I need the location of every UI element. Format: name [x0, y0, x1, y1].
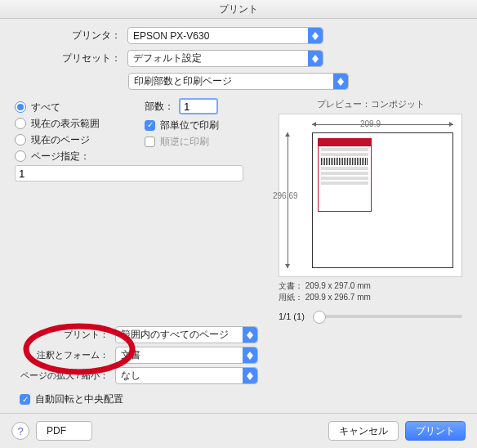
printer-value: EPSON PX-V630 — [133, 30, 209, 42]
scale-value: なし — [121, 369, 140, 383]
paper-info: 用紙： 209.9 x 296.7 mm — [279, 292, 462, 303]
chevron-updown-icon — [243, 347, 257, 363]
autorotate-checkbox[interactable]: 自動回転と中央配置 — [35, 392, 123, 406]
chevron-updown-icon — [308, 28, 323, 43]
help-button[interactable]: ? — [11, 422, 29, 440]
page-slider[interactable] — [313, 315, 462, 318]
radio-on-icon — [15, 101, 26, 113]
copies-input[interactable] — [179, 98, 218, 114]
range-currentview-radio[interactable]: 現在の表示範囲 — [15, 116, 133, 131]
chevron-updown-icon — [333, 74, 348, 89]
print-select[interactable]: 範囲内のすべてのページ — [115, 326, 258, 343]
chevron-updown-icon — [243, 327, 257, 343]
preview-header: プレビュー：コンポジット — [279, 98, 462, 110]
chevron-updown-icon — [243, 368, 257, 383]
print-button[interactable]: プリント — [405, 421, 466, 441]
range-all-label: すべて — [31, 101, 60, 114]
print-label: プリント： — [15, 329, 115, 341]
slider-knob-icon — [313, 311, 326, 324]
copies-label: 部数： — [145, 100, 174, 114]
window-title: プリント — [0, 0, 477, 19]
preset-select[interactable]: デフォルト設定 — [127, 50, 323, 67]
arrow-h-icon — [312, 124, 453, 125]
printer-label: プリンタ： — [15, 29, 127, 43]
preview-height: 296.69 — [273, 191, 298, 200]
range-pages-radio[interactable]: ページ指定： — [15, 149, 133, 164]
range-cp-label: 現在のページ — [31, 133, 90, 147]
cancel-button[interactable]: キャンセル — [328, 421, 399, 441]
preset-value: デフォルト設定 — [133, 52, 202, 65]
page-nav: 1/1 (1) — [279, 311, 305, 321]
radio-off-icon — [15, 134, 26, 146]
range-pg-label: ページ指定： — [31, 150, 90, 164]
preview-box: 209.9 296.69 — [279, 114, 462, 277]
section-value: 印刷部数と印刷ページ — [134, 74, 232, 88]
section-select[interactable]: 印刷部数と印刷ページ — [128, 73, 349, 90]
scale-label: ページの拡大 / 縮小： — [15, 370, 115, 382]
cancel-label: キャンセル — [339, 424, 388, 438]
reverse-label: 順逆に印刷 — [160, 135, 209, 149]
chevron-down-icon — [69, 423, 82, 438]
preview-label — [318, 138, 372, 212]
checkbox-off-icon — [145, 137, 155, 147]
scale-select[interactable]: なし — [115, 367, 258, 384]
reverse-checkbox[interactable]: 順逆に印刷 — [145, 134, 267, 149]
pdf-label: PDF — [47, 425, 66, 437]
doc-info: 文書： 209.9 x 297.0 mm — [279, 280, 462, 292]
range-cv-label: 現在の表示範囲 — [31, 117, 100, 131]
collate-label: 部単位で印刷 — [160, 119, 219, 132]
printer-select[interactable]: EPSON PX-V630 — [127, 27, 323, 44]
arrow-v-icon — [288, 132, 288, 268]
chevron-updown-icon — [308, 51, 323, 66]
range-currentpage-radio[interactable]: 現在のページ — [15, 132, 133, 147]
preset-label: プリセット： — [15, 52, 127, 65]
radio-off-icon — [15, 118, 26, 129]
print-btn-label: プリント — [416, 424, 455, 438]
comments-value: 文書 — [121, 348, 140, 362]
radio-off-icon — [15, 150, 26, 162]
preview-page — [312, 132, 453, 268]
checkbox-on-icon — [145, 120, 155, 131]
comments-label: 注釈とフォーム： — [15, 349, 115, 361]
help-icon: ? — [17, 425, 23, 437]
checkbox-on-icon — [20, 394, 30, 405]
range-all-radio[interactable]: すべて — [15, 100, 133, 114]
comments-select[interactable]: 文書 — [115, 347, 258, 364]
collate-checkbox[interactable]: 部単位で印刷 — [145, 118, 267, 132]
print-value: 範囲内のすべてのページ — [121, 328, 229, 342]
pdf-menu-button[interactable]: PDF — [36, 421, 92, 441]
